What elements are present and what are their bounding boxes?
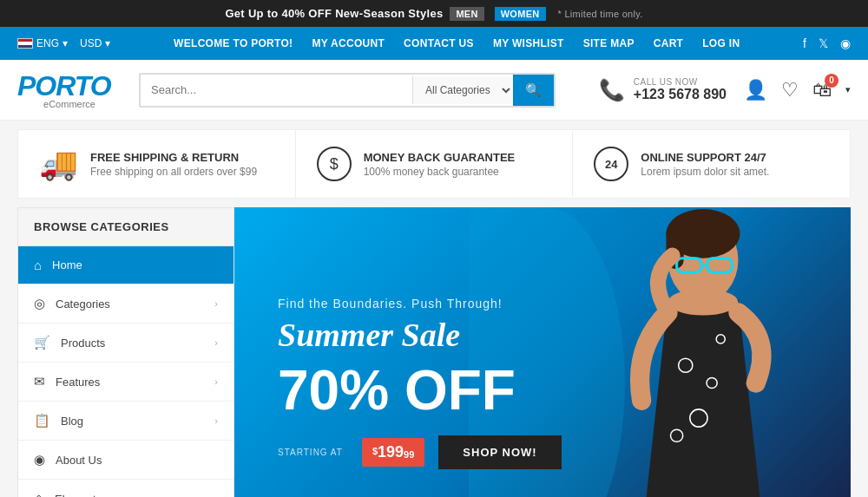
sidebar-item-products[interactable]: 🛒 Products › — [18, 324, 233, 363]
sidebar-item-blog[interactable]: 📋 Blog › — [18, 402, 233, 441]
sidebar-item-features[interactable]: ✉ Features › — [18, 363, 233, 402]
search-button[interactable]: 🔍 — [513, 75, 554, 106]
shop-now-button[interactable]: SHOP NOW! — [438, 435, 561, 469]
svg-point-6 — [668, 289, 739, 315]
currency-selector[interactable]: USD ▾ — [80, 37, 110, 49]
sidebar-features-label: Features — [56, 376, 100, 389]
price-cents: 99 — [404, 449, 414, 460]
products-arrow: › — [214, 337, 218, 348]
categories-arrow: › — [214, 298, 218, 309]
price-tag: $ 199 99 — [362, 438, 424, 467]
feature-shipping-text: FREE SHIPPING & RETURN Free shipping on … — [90, 151, 257, 178]
logo[interactable]: PORTO eCommerce — [17, 70, 122, 109]
nav-links: WELCOME TO PORTO! MY ACCOUNT CONTACT US … — [174, 37, 740, 49]
feature-support-desc: Lorem ipsum dolor sit amet. — [641, 166, 769, 178]
search-input[interactable] — [141, 75, 412, 104]
feature-support-text: ONLINE SUPPORT 24/7 Lorem ipsum dolor si… — [641, 151, 769, 178]
feature-shipping-desc: Free shipping on all orders over $99 — [90, 166, 257, 178]
feature-moneyback-title: MONEY BACK GUARANTEE — [364, 151, 516, 164]
sidebar-elements-label: Elements — [55, 493, 102, 498]
cart-dropdown-icon[interactable]: ▾ — [845, 84, 851, 95]
nav-bar: ENG ▾ USD ▾ WELCOME TO PORTO! MY ACCOUNT… — [0, 27, 868, 60]
sidebar-item-elements[interactable]: ◈ Elements — [18, 480, 233, 497]
language-selector[interactable]: ENG ▾ — [17, 37, 68, 49]
blog-icon: 📋 — [34, 413, 50, 428]
nav-left: ENG ▾ USD ▾ — [17, 37, 110, 49]
phone-icon: 📞 — [599, 78, 625, 102]
nav-contact[interactable]: CONTACT US — [404, 37, 474, 49]
elements-icon: ◈ — [34, 491, 44, 497]
feature-support-title: ONLINE SUPPORT 24/7 — [641, 151, 769, 164]
women-tag[interactable]: WOMEN — [495, 7, 546, 21]
header-icons: 👤 ♡ 🛍 0 ▾ — [744, 79, 851, 101]
sidebar-products-label: Products — [61, 337, 105, 350]
model-svg — [538, 207, 851, 497]
sidebar-item-home[interactable]: ⌂ Home — [18, 246, 233, 284]
nav-sitemap[interactable]: SITE MAP — [583, 37, 635, 49]
shipping-icon: 🚚 — [39, 146, 78, 182]
instagram-icon[interactable]: ◉ — [840, 36, 851, 50]
banner-text: Get Up to 40% OFF New-Season Styles — [225, 7, 443, 20]
phone-number: +123 5678 890 — [634, 87, 727, 102]
sidebar-blog-label: Blog — [61, 415, 83, 428]
sidebar: BROWSE CATEGORIES ⌂ Home ◎ Categories › … — [17, 207, 234, 497]
features-icon: ✉ — [34, 374, 45, 389]
nav-login[interactable]: LOG IN — [702, 37, 740, 49]
call-us: 📞 CALL US NOW +123 5678 890 — [599, 77, 727, 102]
search-icon: 🔍 — [525, 82, 542, 97]
nav-social: f 𝕏 ◉ — [803, 36, 851, 50]
products-icon: 🛒 — [34, 335, 50, 350]
logo-text: PORTO — [17, 70, 122, 102]
sidebar-home-label: Home — [52, 258, 82, 271]
call-info: CALL US NOW +123 5678 890 — [634, 77, 727, 102]
about-icon: ◉ — [34, 452, 45, 468]
features-bar: 🚚 FREE SHIPPING & RETURN Free shipping o… — [17, 129, 851, 199]
top-banner: Get Up to 40% OFF New-Season Styles MEN … — [0, 0, 868, 27]
currency-label: USD — [80, 37, 102, 49]
flag-icon — [17, 38, 33, 49]
sidebar-categories-label: Categories — [56, 298, 110, 311]
men-tag[interactable]: MEN — [450, 7, 483, 21]
hero-banner: Find the Boundaries. Push Through! Summe… — [234, 207, 851, 497]
twitter-icon[interactable]: 𝕏 — [819, 36, 828, 50]
home-icon: ⌂ — [34, 258, 42, 272]
sidebar-item-categories[interactable]: ◎ Categories › — [18, 284, 233, 324]
cart-badge: 0 — [825, 74, 838, 88]
search-bar: All Categories 🔍 — [139, 73, 556, 108]
call-label: CALL US NOW — [634, 77, 727, 87]
header-right: 📞 CALL US NOW +123 5678 890 👤 ♡ 🛍 0 ▾ — [599, 77, 851, 102]
limited-text: * Limited time only. — [557, 9, 642, 19]
cart-icon-wrap[interactable]: 🛍 0 — [812, 79, 832, 101]
sidebar-item-about[interactable]: ◉ About Us — [18, 441, 233, 480]
features-arrow: › — [214, 376, 218, 387]
feature-moneyback-desc: 100% money back guarantee — [364, 166, 516, 178]
main-content: BROWSE CATEGORIES ⌂ Home ◎ Categories › … — [17, 207, 851, 497]
hero-subtitle: Find the Boundaries. Push Through! — [278, 297, 562, 311]
starting-at-label: STARTING AT — [278, 448, 343, 457]
feature-shipping-title: FREE SHIPPING & RETURN — [90, 151, 257, 164]
nav-account[interactable]: MY ACCOUNT — [312, 37, 385, 49]
category-select[interactable]: All Categories — [412, 76, 513, 104]
sidebar-about-label: About Us — [56, 454, 102, 467]
currency-chevron: ▾ — [105, 37, 110, 49]
lang-label: ENG — [36, 37, 59, 49]
facebook-icon[interactable]: f — [803, 36, 806, 50]
feature-support: 24 ONLINE SUPPORT 24/7 Lorem ipsum dolor… — [573, 131, 850, 197]
categories-icon: ◎ — [34, 296, 45, 311]
lang-chevron: ▾ — [62, 37, 68, 49]
hero-content: Find the Boundaries. Push Through! Summe… — [278, 297, 562, 469]
moneyback-icon: $ — [317, 147, 352, 181]
account-icon[interactable]: 👤 — [744, 79, 767, 101]
price-value: 199 — [378, 443, 404, 461]
feature-shipping: 🚚 FREE SHIPPING & RETURN Free shipping o… — [18, 130, 296, 198]
wishlist-icon[interactable]: ♡ — [781, 79, 799, 101]
nav-cart[interactable]: CART — [654, 37, 684, 49]
sidebar-title: BROWSE CATEGORIES — [18, 208, 233, 246]
feature-moneyback-text: MONEY BACK GUARANTEE 100% money back gua… — [364, 151, 516, 178]
support-icon: 24 — [594, 147, 628, 181]
nav-welcome[interactable]: WELCOME TO PORTO! — [174, 37, 293, 49]
nav-wishlist[interactable]: MY WISHLIST — [493, 37, 564, 49]
header: PORTO eCommerce All Categories 🔍 📞 CALL … — [0, 60, 868, 121]
feature-moneyback: $ MONEY BACK GUARANTEE 100% money back g… — [296, 131, 574, 197]
hero-title: Summer Sale — [278, 316, 562, 354]
